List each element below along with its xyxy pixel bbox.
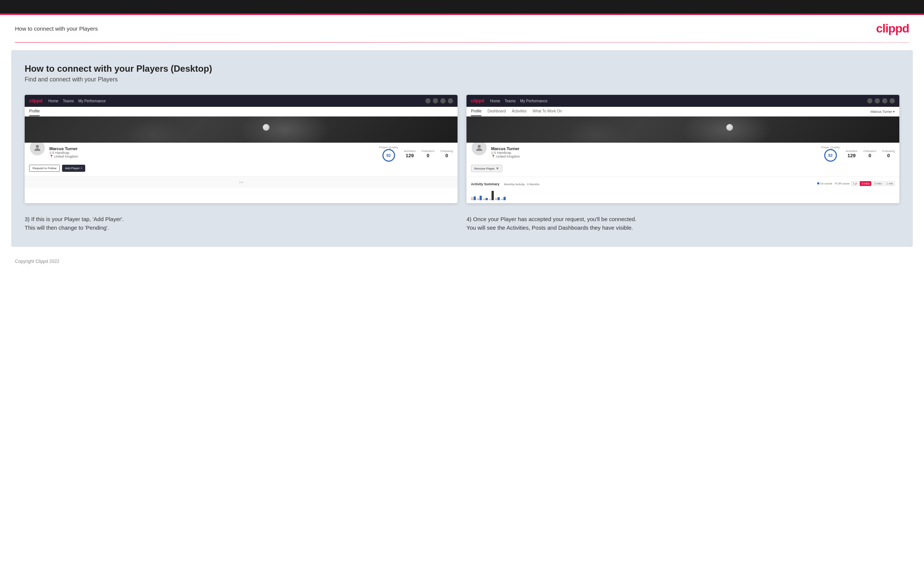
left-bottom-overlay: ✂ <box>25 176 457 188</box>
bar-off-6 <box>501 199 503 200</box>
user-icon[interactable] <box>433 98 438 103</box>
right-username: Marcus Turner <box>871 110 892 114</box>
left-following-value: 0 <box>440 153 453 158</box>
on-course-label: On course <box>820 182 832 185</box>
on-course-legend: On course <box>817 182 832 185</box>
add-player-button[interactable]: Add Player + <box>62 165 85 172</box>
description-left-text: 3) If this is your Player tap, 'Add Play… <box>25 215 457 232</box>
right-hero-bg <box>467 116 899 143</box>
location-pin-icon: 📍 <box>49 155 53 158</box>
left-hero-bg <box>25 116 457 143</box>
time-btn-6mths[interactable]: 6 mths <box>860 181 871 186</box>
section-title: How to connect with your Players (Deskto… <box>25 63 899 74</box>
right-activities-block: Activities 129 <box>845 149 858 158</box>
right-tab-activities[interactable]: Activities <box>512 107 526 116</box>
left-nav-teams[interactable]: Teams <box>63 99 74 103</box>
bar-group-6 <box>501 197 506 200</box>
right-chart <box>471 189 895 200</box>
right-quality-block: Player Quality 92 <box>821 146 840 162</box>
time-btn-1yr[interactable]: 1 yr <box>851 181 859 186</box>
right-activity-subtitle: Monthly Activity · 6 Months <box>504 183 540 186</box>
bar-group-4 <box>489 191 494 200</box>
left-profile-row: Marcus Turner 1-5 Handicap 📍 United King… <box>29 146 453 162</box>
bar-off-4 <box>489 199 491 200</box>
avatar-icon[interactable] <box>448 98 453 103</box>
bar-group-2 <box>477 196 482 200</box>
right-tab-profile[interactable]: Profile <box>471 107 481 116</box>
left-tab-profile[interactable]: Profile <box>29 107 40 116</box>
right-tabs-left: Profile Dashboard Activities What To Wor… <box>471 107 562 116</box>
time-btn-1mth[interactable]: 1 mth <box>884 181 895 186</box>
left-followers-label: Followers <box>422 149 435 153</box>
left-followers-value: 0 <box>422 153 435 158</box>
right-hero-ball <box>726 124 733 131</box>
right-nav-performance[interactable]: My Performance <box>520 99 547 103</box>
off-course-legend: Off course <box>835 182 850 185</box>
left-quality-block: Player Quality 92 <box>380 146 398 162</box>
right-following-block: Following 0 <box>882 149 895 158</box>
right-quality-circle: 92 <box>824 149 837 162</box>
right-time-buttons: 1 yr 6 mths 3 mths 1 mth <box>851 181 895 186</box>
section-subtitle: Find and connect with your Players <box>25 76 899 83</box>
left-followers-block: Followers 0 <box>422 149 435 158</box>
right-user-dropdown[interactable]: Marcus Turner ▾ <box>871 107 895 116</box>
screenshots-row: clippd Home Teams My Performance Profile <box>25 95 899 203</box>
off-course-label: Off course <box>838 182 850 185</box>
left-tabs: Profile <box>25 107 457 116</box>
right-buttons: Remove Player ✕ <box>471 165 895 172</box>
bar-off-3 <box>483 199 485 200</box>
time-btn-3mths[interactable]: 3 mths <box>872 181 884 186</box>
right-following-value: 0 <box>882 153 895 158</box>
left-player-handicap: 1-5 Handicap <box>49 151 376 155</box>
left-nav-logo: clippd <box>29 98 42 103</box>
left-stats: Player Quality 92 Activities 129 Followe… <box>380 146 453 162</box>
right-user-icon[interactable] <box>875 98 880 103</box>
left-activities-label: Activities <box>404 149 416 153</box>
on-course-dot <box>817 182 819 184</box>
request-to-follow-button[interactable]: Request to Follow <box>29 165 60 172</box>
right-nav-links: Home Teams My Performance <box>490 99 861 103</box>
right-following-label: Following <box>882 149 895 153</box>
search-icon[interactable] <box>425 98 431 103</box>
right-location-pin-icon: 📍 <box>491 155 495 158</box>
left-activities-block: Activities 129 <box>404 149 416 158</box>
bar-on-6 <box>504 197 506 200</box>
remove-player-label: Remove Player <box>474 167 495 170</box>
right-nav-teams[interactable]: Teams <box>505 99 515 103</box>
left-nav-home[interactable]: Home <box>48 99 58 103</box>
right-player-location: 📍 United Kingdom <box>491 155 817 158</box>
copyright-text: Copyright Clippd 2022 <box>15 259 60 264</box>
right-tab-what-to-work-on[interactable]: What To Work On <box>533 107 562 116</box>
clippd-logo: clippd <box>876 22 909 35</box>
left-nav-performance[interactable]: My Performance <box>78 99 105 103</box>
right-nav-home[interactable]: Home <box>490 99 500 103</box>
description-right-line1: 4) Once your Player has accepted your re… <box>467 216 636 222</box>
settings-icon[interactable] <box>440 98 446 103</box>
description-left-line2: This will then change to 'Pending'. <box>25 224 109 231</box>
right-quality-label: Player Quality <box>821 146 840 149</box>
bar-on-3 <box>486 198 488 200</box>
left-hero <box>25 116 457 143</box>
right-stats: Player Quality 92 Activities 129 Followe… <box>821 146 895 162</box>
left-player-location: 📍 United Kingdom <box>49 155 376 158</box>
right-activity-controls: On course Off course 1 yr 6 mths 3 mths <box>817 181 895 186</box>
remove-player-button[interactable]: Remove Player ✕ <box>471 165 502 172</box>
description-left: 3) If this is your Player tap, 'Add Play… <box>25 215 457 232</box>
right-search-icon[interactable] <box>867 98 872 103</box>
right-nav-logo: clippd <box>471 98 484 103</box>
right-settings-icon[interactable] <box>882 98 887 103</box>
left-following-block: Following 0 <box>440 149 453 158</box>
description-right: 4) Once your Player has accepted your re… <box>467 215 899 232</box>
left-quality-circle: 92 <box>382 149 395 162</box>
bar-group-3 <box>483 198 488 200</box>
bar-on-5 <box>498 197 500 200</box>
right-avatar-icon[interactable] <box>890 98 895 103</box>
top-bar <box>0 0 924 13</box>
left-following-label: Following <box>440 149 453 153</box>
left-player-name: Marcus Turner <box>49 147 376 151</box>
right-profile-row: Marcus Turner 1-5 Handicap 📍 United King… <box>471 146 895 162</box>
bar-group-1 <box>471 197 476 200</box>
person-icon <box>33 143 42 152</box>
right-profile-area: Marcus Turner 1-5 Handicap 📍 United King… <box>467 143 899 177</box>
right-tab-dashboard[interactable]: Dashboard <box>488 107 506 116</box>
